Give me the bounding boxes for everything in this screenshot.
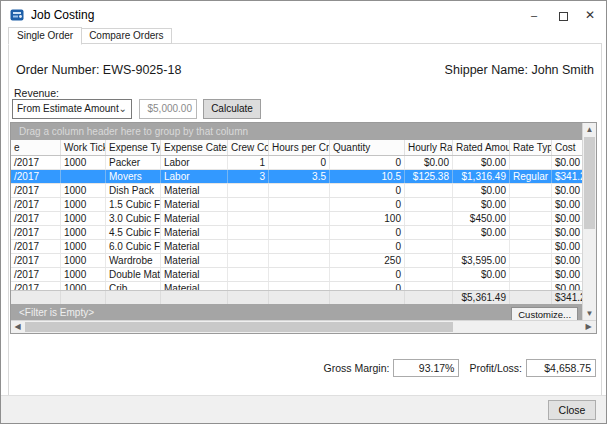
calculate-button[interactable]: Calculate <box>203 99 261 119</box>
cell-quantity[interactable]: 0 <box>330 226 405 239</box>
scroll-up-icon[interactable]: ▲ <box>583 123 596 136</box>
cell-crew-count[interactable] <box>228 254 269 267</box>
cell-cost[interactable]: $0.00 <box>552 268 582 281</box>
cell-quantity[interactable]: 0 <box>330 156 405 169</box>
cell-work-ticket[interactable]: 1000 <box>61 254 106 267</box>
cell-rate-type[interactable] <box>510 268 552 281</box>
column-header-quantity[interactable]: Quantity <box>330 140 405 155</box>
cell-hourly-rate[interactable] <box>405 226 453 239</box>
cell-expense-category[interactable]: Material <box>161 282 228 290</box>
cell-rate-type[interactable] <box>510 226 552 239</box>
cell-work-ticket[interactable]: 1000 <box>61 240 106 253</box>
cell-expense-type[interactable]: 6.0 Cubic Feet <box>106 240 161 253</box>
cell-expense-category[interactable]: Material <box>161 254 228 267</box>
cell-rated-amount[interactable] <box>453 282 510 290</box>
cell-crew-count[interactable] <box>228 226 269 239</box>
cell-e[interactable]: /2017 <box>11 282 61 290</box>
column-header-rated-amount[interactable]: Rated Amount <box>453 140 510 155</box>
cell-rated-amount[interactable]: $0.00 <box>453 184 510 197</box>
cell-hours-per-crew[interactable] <box>269 268 330 281</box>
cell-e[interactable]: /2017 <box>11 156 61 169</box>
revenue-amount-field[interactable]: $5,000.00 <box>139 99 197 119</box>
group-by-bar[interactable]: Drag a column header here to group by th… <box>11 123 582 140</box>
cell-rate-type[interactable] <box>510 282 552 290</box>
cell-expense-category[interactable]: Material <box>161 184 228 197</box>
cell-crew-count[interactable] <box>228 282 269 290</box>
cell-expense-category[interactable]: Material <box>161 212 228 225</box>
scroll-right-icon[interactable]: ▶ <box>582 321 595 333</box>
cell-expense-category[interactable]: Material <box>161 268 228 281</box>
cell-hourly-rate[interactable] <box>405 240 453 253</box>
cell-cost[interactable]: $0.00 <box>552 240 582 253</box>
column-header-e[interactable]: e <box>11 140 61 155</box>
cell-work-ticket[interactable] <box>61 170 106 183</box>
cell-rate-type[interactable] <box>510 240 552 253</box>
cell-rated-amount[interactable]: $450.00 <box>453 212 510 225</box>
table-row[interactable]: /201710003.0 Cubic FeetMaterial100$450.0… <box>11 212 582 226</box>
table-row[interactable]: /201710001.5 Cubic FeetMaterial0$0.00$0.… <box>11 198 582 212</box>
cell-rated-amount[interactable]: $0.00 <box>453 156 510 169</box>
cell-e[interactable]: /2017 <box>11 184 61 197</box>
cell-expense-type[interactable]: 4.5 Cubic Feet <box>106 226 161 239</box>
cell-work-ticket[interactable]: 1000 <box>61 282 106 290</box>
cell-rated-amount[interactable]: $0.00 <box>453 268 510 281</box>
horizontal-scroll-thumb[interactable] <box>25 322 453 332</box>
cell-quantity[interactable]: 0 <box>330 240 405 253</box>
scroll-down-icon[interactable]: ▼ <box>583 307 596 320</box>
cell-quantity[interactable]: 0 <box>330 198 405 211</box>
column-header-rate-type[interactable]: Rate Type <box>510 140 552 155</box>
cell-hourly-rate[interactable] <box>405 198 453 211</box>
cell-crew-count[interactable] <box>228 198 269 211</box>
cell-hourly-rate[interactable]: $0.00 <box>405 156 453 169</box>
cell-hours-per-crew[interactable] <box>269 212 330 225</box>
cell-expense-category[interactable]: Material <box>161 198 228 211</box>
close-button[interactable]: Close <box>548 400 596 420</box>
close-window-button[interactable]: ✕ <box>578 4 602 26</box>
scroll-left-icon[interactable]: ◀ <box>11 321 24 333</box>
cell-e[interactable]: /2017 <box>11 212 61 225</box>
cell-rated-amount[interactable]: $0.00 <box>453 198 510 211</box>
cell-e[interactable]: /2017 <box>11 254 61 267</box>
column-header-cost[interactable]: Cost <box>552 140 584 155</box>
cell-rated-amount[interactable]: $3,595.00 <box>453 254 510 267</box>
cell-hours-per-crew[interactable] <box>269 254 330 267</box>
cell-cost[interactable]: $341.25 <box>552 170 582 183</box>
cell-crew-count[interactable] <box>228 212 269 225</box>
cell-rate-type[interactable] <box>510 254 552 267</box>
maximize-button[interactable] <box>551 4 575 26</box>
vertical-scrollbar[interactable]: ▲ ▼ <box>582 123 596 320</box>
tab-compare-orders[interactable]: Compare Orders <box>82 28 171 44</box>
cell-rate-type[interactable] <box>510 212 552 225</box>
cell-rated-amount[interactable]: $1,316.49 <box>453 170 510 183</box>
cell-expense-category[interactable]: Labor <box>161 170 228 183</box>
cell-expense-type[interactable]: 1.5 Cubic Feet <box>106 198 161 211</box>
column-header-crew-count[interactable]: Crew Count <box>228 140 269 155</box>
revenue-source-select[interactable]: From Estimate Amount ⌄ <box>12 99 132 119</box>
column-header-expense-type[interactable]: Expense Type <box>106 140 161 155</box>
cell-e[interactable]: /2017 <box>11 198 61 211</box>
cell-expense-category[interactable]: Material <box>161 240 228 253</box>
cell-e[interactable]: /2017 <box>11 268 61 281</box>
cell-cost[interactable]: $0.00 <box>552 156 582 169</box>
cell-expense-type[interactable]: Packer <box>106 156 161 169</box>
table-row[interactable]: /20171000PackerLabor100$0.00$0.00$0.00 <box>11 156 582 170</box>
column-header-expense-category[interactable]: Expense Category <box>161 140 228 155</box>
cell-rated-amount[interactable]: $0.00 <box>453 226 510 239</box>
cell-work-ticket[interactable]: 1000 <box>61 156 106 169</box>
cell-cost[interactable]: $0.00 <box>552 198 582 211</box>
cell-cost[interactable]: $0.00 <box>552 184 582 197</box>
cell-hourly-rate[interactable] <box>405 282 453 290</box>
table-row[interactable]: /201710006.0 Cubic FeetMaterial0$0.00 <box>11 240 582 254</box>
cell-work-ticket[interactable]: 1000 <box>61 268 106 281</box>
column-header-hourly-rate[interactable]: Hourly Rate <box>405 140 453 155</box>
cell-rate-type[interactable] <box>510 156 552 169</box>
column-header-hours-per-crew[interactable]: Hours per Crew <box>269 140 330 155</box>
cell-expense-type[interactable]: 3.0 Cubic Feet <box>106 212 161 225</box>
cell-crew-count[interactable]: 1 <box>228 156 269 169</box>
cell-hourly-rate[interactable] <box>405 254 453 267</box>
table-row[interactable]: /20171000CribMaterial0$0.00 <box>11 282 582 290</box>
column-header-work-ticket[interactable]: Work Ticket <box>61 140 106 155</box>
cell-expense-type[interactable]: Wardrobe <box>106 254 161 267</box>
cell-work-ticket[interactable]: 1000 <box>61 212 106 225</box>
cell-expense-type[interactable]: Crib <box>106 282 161 290</box>
